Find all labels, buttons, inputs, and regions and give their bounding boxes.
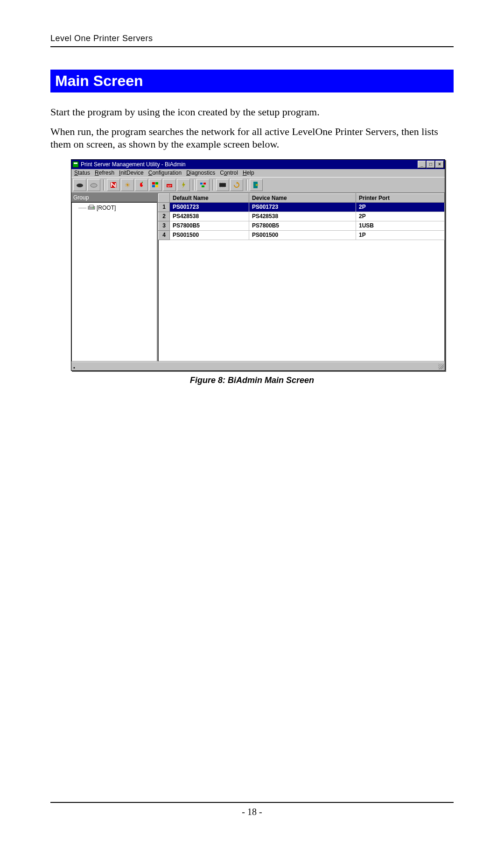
maximize-button[interactable]: □ [427,161,435,168]
cell-device-name: PS428538 [249,212,356,221]
section-title: Main Screen [50,70,454,92]
row-number: 4 [159,230,170,240]
close-button[interactable]: × [435,161,444,168]
toolbar-sep-3 [212,179,214,191]
sun-icon[interactable]: ☀ [121,179,134,191]
tree-root-node[interactable]: ── [ROOT] [75,205,154,212]
flash-icon[interactable] [177,179,190,191]
cell-printer-port: 2P [356,212,445,221]
biadmin-window: Print Server Management Utility - BiAdmi… [71,159,445,371]
svg-rect-24 [90,205,93,207]
menu-refresh[interactable]: Refresh [95,170,114,176]
table-row[interactable]: 4 PS001500 PS001500 1P [159,230,445,240]
cell-printer-port: 2P [356,202,445,212]
menu-diagnostics[interactable]: Diagnostics [186,170,215,176]
minimize-button[interactable]: _ [418,161,426,168]
svg-rect-14 [202,185,204,187]
col-device-name[interactable]: Device Name [249,193,356,202]
device-light-icon[interactable] [87,179,100,191]
svg-rect-13 [203,183,206,184]
row-number: 2 [159,212,170,221]
menu-control[interactable]: Control [220,170,238,176]
svg-rect-1 [74,163,77,164]
running-header: Level One Printer Servers [50,34,454,46]
status-bar: • [71,362,445,370]
window-title: Print Server Management Utility - BiAdmi… [81,161,418,168]
refresh-icon[interactable] [230,179,243,191]
cell-default-name: PS7800B5 [170,221,249,230]
cell-printer-port: 1P [356,230,445,240]
page-number: - 18 - [50,807,454,817]
row-number: 1 [159,202,170,212]
device-table[interactable]: Default Name Device Name Printer Port 1 … [158,193,445,240]
row-number: 3 [159,221,170,230]
header-rule [50,46,454,47]
printer-icon [88,205,95,212]
status-left-mark: • [73,365,75,370]
svg-point-5 [142,182,143,183]
title-bar[interactable]: Print Server Management Utility - BiAdmi… [71,160,445,169]
cell-default-name: PS001723 [170,202,249,212]
client-area: Group ── [ROOT] Default Name [71,193,445,362]
group-tree[interactable]: ── [ROOT] [71,202,157,362]
table-row[interactable]: 1 PS001723 PS001723 2P [159,202,445,212]
paragraph-2: When run, the program searches the netwo… [50,125,454,151]
cell-device-name: PS7800B5 [249,221,356,230]
svg-point-2 [77,184,83,187]
netware-icon[interactable] [107,179,120,191]
menu-status[interactable]: Status [74,170,90,176]
device-list-pane: Default Name Device Name Printer Port 1 … [158,193,445,362]
list-empty-area [158,240,445,362]
app-icon [72,161,79,168]
table-row[interactable]: 3 PS7800B5 PS7800B5 1USB [159,221,445,230]
toolbar: ☀ MP [71,177,445,193]
svg-rect-8 [152,185,155,187]
exit-icon[interactable] [250,179,263,191]
svg-text:MP: MP [168,184,172,187]
menu-configuration[interactable]: Configuration [148,170,182,176]
cell-default-name: PS428538 [170,212,249,221]
table-row[interactable]: 2 PS428538 PS428538 2P [159,212,445,221]
cell-default-name: PS001500 [170,230,249,240]
device-dark-icon[interactable] [73,179,86,191]
svg-rect-0 [73,162,78,167]
svg-rect-6 [152,182,155,184]
svg-rect-12 [200,183,203,184]
footer-rule [50,802,454,803]
port-icon[interactable] [196,179,210,191]
svg-rect-15 [219,183,226,187]
svg-point-25 [93,207,94,208]
cell-device-name: PS001723 [249,202,356,212]
col-rownum[interactable] [159,193,170,202]
svg-rect-7 [155,182,158,184]
col-default-name[interactable]: Default Name [170,193,249,202]
menu-help[interactable]: Help [243,170,254,176]
toolbar-sep-2 [193,179,195,191]
group-tree-pane: Group ── [ROOT] [71,193,158,362]
toolbar-sep-4 [246,179,248,191]
group-tree-header: Group [71,193,157,202]
cell-printer-port: 1USB [356,221,445,230]
snmp-icon[interactable]: MP [163,179,176,191]
toolbar-sep-1 [103,179,105,191]
menu-bar: Status Refresh InitDevice Configuration … [71,169,445,177]
figure-caption: Figure 8: BiAdmin Main Screen [50,376,454,385]
tree-connector: ── [78,205,86,211]
apple-icon[interactable] [135,179,148,191]
cell-device-name: PS001500 [249,230,356,240]
windows-icon[interactable] [149,179,162,191]
col-printer-port[interactable]: Printer Port [356,193,445,202]
resize-grip-icon[interactable] [438,364,444,369]
tree-root-label: [ROOT] [97,205,116,211]
chip-icon[interactable] [216,179,229,191]
paragraph-1: Start the program by using the icon crea… [50,106,454,119]
svg-point-3 [91,184,97,187]
svg-rect-9 [155,185,158,187]
menu-initdevice[interactable]: InitDevice [119,170,144,176]
